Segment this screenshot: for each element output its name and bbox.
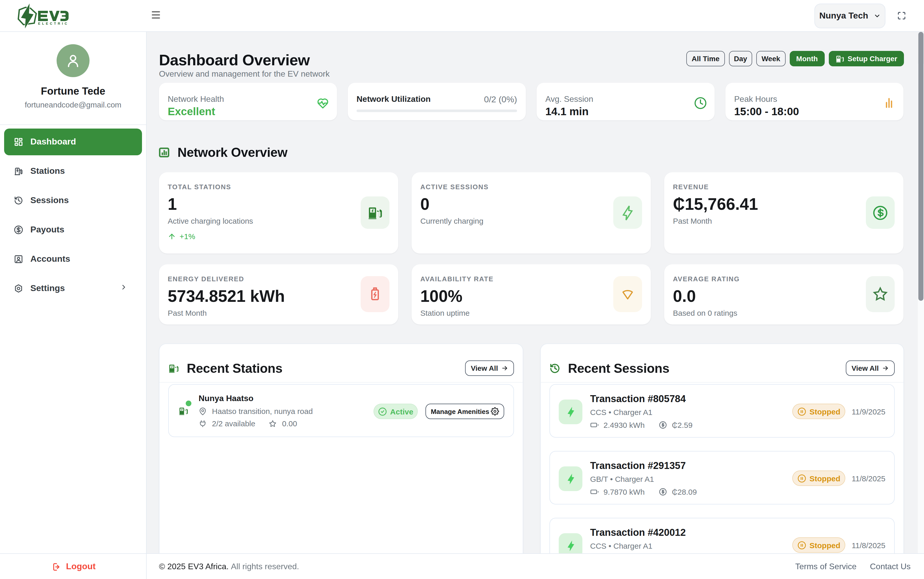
svg-text:ELECTRIC: ELECTRIC: [38, 21, 69, 25]
